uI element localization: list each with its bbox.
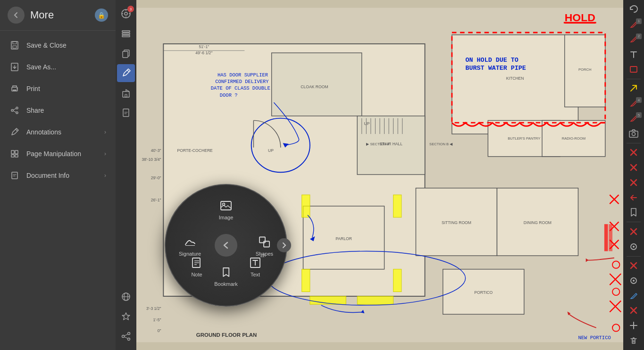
radial-item-text[interactable]: 12 Text bbox=[248, 255, 263, 277]
document-info-icon bbox=[9, 170, 20, 181]
svg-rect-22 bbox=[122, 33, 130, 34]
pen5-badge: 5 bbox=[636, 112, 642, 118]
svg-point-141 bbox=[632, 132, 636, 135]
undo-button[interactable] bbox=[625, 3, 642, 16]
svg-text:UP: UP bbox=[268, 148, 274, 153]
svg-point-34 bbox=[128, 338, 130, 341]
back-button[interactable] bbox=[8, 7, 25, 24]
svg-rect-28 bbox=[123, 109, 129, 117]
svg-point-33 bbox=[122, 335, 125, 338]
nav-layers-icon[interactable] bbox=[117, 25, 135, 42]
svg-rect-77 bbox=[393, 195, 401, 217]
pen4-badge: 4 bbox=[636, 97, 642, 103]
arrow-left-button[interactable] bbox=[625, 191, 642, 204]
cross-mark-5[interactable] bbox=[625, 259, 642, 272]
svg-text:▶ SECTION A: ▶ SECTION A bbox=[366, 142, 390, 146]
note-icon bbox=[189, 255, 204, 270]
nav-building-icon[interactable] bbox=[117, 84, 135, 102]
svg-rect-49 bbox=[452, 35, 578, 134]
svg-rect-72 bbox=[302, 195, 310, 217]
radial-expand-button[interactable] bbox=[277, 238, 291, 252]
cross-mark-3[interactable] bbox=[625, 176, 642, 189]
svg-rect-131 bbox=[259, 237, 265, 243]
nav-bookmark-icon[interactable] bbox=[117, 104, 135, 122]
cross-mark-6[interactable] bbox=[625, 304, 642, 317]
circle-marker-2[interactable] bbox=[625, 274, 642, 287]
pen-tool-4[interactable]: 4 bbox=[625, 97, 642, 110]
pen-tool-2[interactable]: 2 bbox=[625, 33, 642, 46]
arrow-tool-button[interactable] bbox=[625, 82, 642, 95]
sidebar: More 🔒 Save & Close S bbox=[0, 0, 116, 350]
svg-rect-11 bbox=[15, 150, 18, 154]
svg-text:40'-3": 40'-3" bbox=[151, 148, 161, 153]
radial-item-image[interactable]: Image bbox=[218, 198, 234, 220]
bookmark-tool-button[interactable] bbox=[625, 206, 642, 219]
cross-mark-4[interactable] bbox=[625, 225, 642, 238]
svg-text:DATE  OF  CLASS  DOUBLE: DATE OF CLASS DOUBLE bbox=[211, 85, 270, 91]
menu-item-document-info[interactable]: Document Info › bbox=[0, 165, 116, 186]
bookmark-label: Bookmark bbox=[214, 281, 238, 287]
pen-tool-1[interactable]: 1 bbox=[625, 18, 642, 31]
svg-text:29'-0": 29'-0" bbox=[151, 175, 161, 180]
radial-center-button[interactable] bbox=[215, 234, 237, 257]
nav-edit-icon[interactable] bbox=[117, 64, 135, 82]
cross-mark-2[interactable] bbox=[625, 161, 642, 174]
radial-menu: Image Signature bbox=[165, 184, 287, 307]
menu-label-page-manipulation: Page Manipulation bbox=[26, 150, 81, 158]
nav-copy-icon[interactable] bbox=[117, 44, 135, 62]
svg-rect-76 bbox=[393, 269, 401, 292]
svg-rect-13 bbox=[15, 155, 18, 157]
text-label: Text bbox=[251, 272, 260, 277]
image-label: Image bbox=[219, 215, 234, 220]
radial-item-note[interactable]: Note bbox=[189, 255, 204, 277]
svg-rect-132 bbox=[264, 242, 269, 247]
radial-menu-background: Image Signature bbox=[165, 184, 287, 307]
svg-text:KITCHEN: KITCHEN bbox=[506, 76, 524, 81]
lock-icon: 🔒 bbox=[95, 8, 108, 22]
circle-marker-1[interactable] bbox=[625, 240, 642, 253]
svg-text:3'-3 1/2": 3'-3 1/2" bbox=[146, 306, 161, 311]
menu-item-save-close[interactable]: Save & Close bbox=[0, 34, 116, 56]
sidebar-title: More bbox=[30, 9, 95, 21]
delete-button[interactable] bbox=[625, 334, 642, 347]
svg-rect-2 bbox=[13, 46, 17, 48]
menu-item-page-manipulation[interactable]: Page Manipulation › bbox=[0, 143, 116, 165]
text-tool-button[interactable] bbox=[625, 48, 642, 61]
svg-text:BURST  WATER  PIPE: BURST WATER PIPE bbox=[466, 65, 526, 72]
svg-point-7 bbox=[16, 107, 18, 109]
svg-rect-103 bbox=[609, 224, 612, 251]
cross-mark-1[interactable] bbox=[625, 146, 642, 159]
radial-item-signature[interactable]: Signature bbox=[179, 234, 201, 257]
menu-label-save-as: Save As... bbox=[26, 63, 56, 71]
left-icon-column: 3 bbox=[116, 0, 136, 350]
rectangle-tool-button[interactable] bbox=[625, 63, 642, 76]
menu-item-annotations[interactable]: Annotations › bbox=[0, 121, 116, 143]
radial-item-bookmark[interactable]: Bookmark bbox=[214, 265, 238, 287]
blue-pen-tool[interactable] bbox=[625, 289, 642, 302]
nav-home-icon[interactable]: 3 bbox=[117, 5, 135, 23]
menu-item-save-as[interactable]: Save As... bbox=[0, 56, 116, 78]
menu-label-share: Share bbox=[26, 107, 44, 114]
menu-item-share[interactable]: Share bbox=[0, 100, 116, 121]
add-button[interactable] bbox=[625, 319, 642, 332]
svg-point-32 bbox=[128, 333, 130, 335]
sidebar-header: More 🔒 bbox=[0, 0, 116, 31]
svg-rect-102 bbox=[604, 224, 608, 251]
svg-point-9 bbox=[16, 112, 18, 114]
pen-tool-5[interactable]: 5 bbox=[625, 112, 642, 125]
svg-text:CONFIRMED  DELIVERY: CONFIRMED DELIVERY bbox=[215, 79, 269, 84]
svg-text:PORTICO: PORTICO bbox=[474, 290, 493, 295]
svg-text:HAS  DOOR  SUPPLIER: HAS DOOR SUPPLIER bbox=[217, 72, 268, 78]
svg-text:NEW  PORTICO: NEW PORTICO bbox=[578, 335, 611, 341]
svg-text:38'-10 3/4": 38'-10 3/4" bbox=[142, 157, 161, 162]
camera-tool-button[interactable] bbox=[625, 127, 642, 140]
image-icon bbox=[218, 198, 234, 213]
annotations-chevron: › bbox=[104, 129, 106, 135]
nav-share-icon[interactable] bbox=[117, 327, 135, 345]
svg-text:DINING ROOM: DINING ROOM bbox=[524, 220, 552, 225]
menu-label-save-close: Save & Close bbox=[26, 42, 67, 49]
nav-star-icon[interactable] bbox=[117, 308, 135, 325]
menu-item-print[interactable]: Print bbox=[0, 78, 116, 100]
svg-text:RADIO-ROOM: RADIO-ROOM bbox=[562, 136, 585, 141]
nav-globe-icon[interactable] bbox=[117, 288, 135, 306]
